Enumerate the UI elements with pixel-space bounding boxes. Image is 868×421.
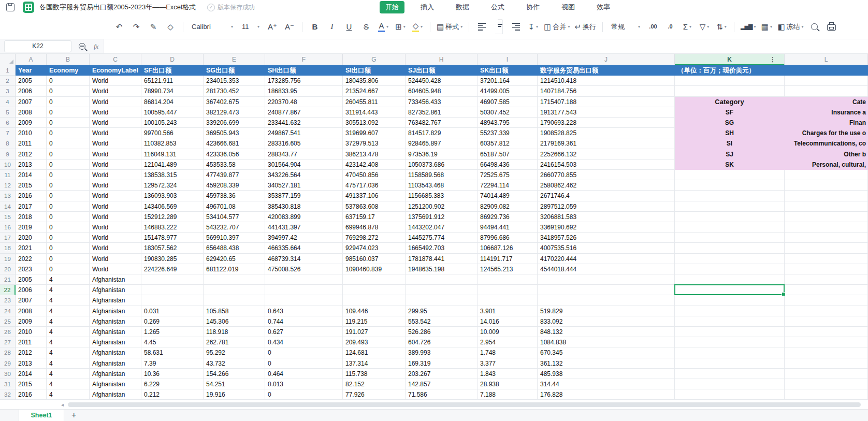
cell[interactable] (675, 358, 785, 369)
cell[interactable]: 220370.48 (265, 97, 343, 107)
cell[interactable] (141, 274, 204, 285)
header-cell[interactable] (785, 65, 868, 76)
fill-handle[interactable] (782, 292, 786, 296)
cell[interactable]: 423336.056 (204, 149, 265, 159)
cell[interactable] (265, 295, 343, 306)
cell[interactable]: 526.286 (406, 327, 478, 337)
cell[interactable]: 0.212 (141, 389, 204, 400)
cell[interactable]: SJ (675, 149, 785, 159)
cell[interactable]: 2007 (16, 295, 47, 306)
cell[interactable]: 115.738 (343, 369, 406, 379)
column-header-e[interactable]: E (204, 54, 265, 65)
cell[interactable]: 385430.818 (265, 201, 343, 212)
cell[interactable]: 475008.526 (265, 264, 343, 274)
cell[interactable] (675, 243, 785, 253)
cell[interactable] (406, 285, 478, 295)
cell[interactable]: 4 (47, 337, 90, 347)
column-header-h[interactable]: H (406, 54, 478, 65)
cell[interactable] (785, 337, 868, 347)
cell[interactable]: 319699.607 (343, 128, 406, 138)
cell[interactable]: 50307.452 (478, 107, 538, 118)
cell[interactable]: 848.132 (538, 327, 675, 337)
cell[interactable]: 2008 (16, 107, 47, 118)
cell[interactable]: 468739.314 (265, 254, 343, 264)
row-number-11[interactable]: 11 (0, 170, 16, 180)
cell[interactable]: 1050373.686 (406, 159, 478, 170)
header-cell[interactable]: （单位：百万；现价美元） (675, 65, 785, 76)
cell[interactable]: 152912.289 (141, 212, 204, 222)
column-header-d[interactable]: D (141, 54, 204, 65)
scrollbar-thumb[interactable] (68, 402, 861, 407)
cell[interactable]: 46907.585 (478, 97, 538, 107)
cell[interactable] (675, 347, 785, 358)
cell[interactable] (675, 201, 785, 212)
cell[interactable] (785, 264, 868, 274)
cell[interactable]: 1.748 (478, 347, 538, 358)
cell[interactable]: World (90, 180, 141, 191)
cell[interactable]: 1214510.418 (538, 76, 675, 86)
borders-button[interactable]: ⊞▾ (394, 20, 407, 34)
cell[interactable]: Finan (785, 118, 868, 128)
cell[interactable]: 0.013 (265, 379, 343, 389)
cell[interactable]: Cate (785, 97, 868, 107)
cell[interactable]: 2.954 (478, 337, 538, 347)
cell[interactable]: 466335.664 (265, 243, 343, 253)
cell[interactable] (675, 86, 785, 96)
cell[interactable]: 154.266 (204, 369, 265, 379)
cell[interactable]: SK (675, 159, 785, 170)
cell[interactable]: 629420.65 (204, 254, 265, 264)
cell[interactable] (785, 295, 868, 306)
cell[interactable]: Afghanistan (90, 285, 141, 295)
cell[interactable]: 2021 (16, 243, 47, 253)
cell[interactable]: 2013 (16, 159, 47, 170)
cell[interactable]: 2006 (16, 285, 47, 295)
cell[interactable]: 394997.42 (265, 233, 343, 243)
cell[interactable]: 543232.707 (204, 222, 265, 233)
cell[interactable] (265, 285, 343, 295)
cell[interactable]: 143406.569 (141, 201, 204, 212)
cell[interactable]: 637159.17 (343, 212, 406, 222)
row-number-24[interactable]: 24 (0, 306, 16, 316)
cell[interactable]: 0 (47, 97, 90, 107)
column-header-g[interactable]: G (343, 54, 406, 65)
cell[interactable]: 305513.092 (343, 118, 406, 128)
align-right-button[interactable] (510, 20, 522, 34)
cell[interactable]: Afghanistan (90, 358, 141, 369)
scroll-left-arrow-icon[interactable]: ◂ (61, 402, 64, 408)
cell[interactable]: World (90, 243, 141, 253)
cell[interactable]: World (90, 118, 141, 128)
cell[interactable]: 281730.452 (204, 86, 265, 96)
underline-button[interactable]: U (343, 20, 355, 34)
font-increase-button[interactable]: A⁺ (266, 20, 279, 34)
cell[interactable]: 95.292 (204, 347, 265, 358)
cell[interactable]: 203.267 (406, 369, 478, 379)
cell[interactable]: Personal, cultural, (785, 159, 868, 170)
number-format-select[interactable]: 常规▾ (609, 20, 642, 34)
cell[interactable]: 0 (265, 389, 343, 400)
row-number-12[interactable]: 12 (0, 180, 16, 191)
cell[interactable] (785, 379, 868, 389)
cell[interactable]: Afghanistan (90, 369, 141, 379)
cell[interactable] (675, 180, 785, 191)
cell[interactable]: 0 (265, 347, 343, 358)
cell[interactable]: Afghanistan (90, 295, 141, 306)
cell[interactable] (406, 274, 478, 285)
cell[interactable]: 82.152 (343, 379, 406, 389)
cell[interactable] (785, 76, 868, 86)
cell[interactable]: Afghanistan (90, 306, 141, 316)
menu-tab-3[interactable]: 数据 (450, 1, 475, 13)
cell[interactable] (785, 86, 868, 96)
cell[interactable] (785, 191, 868, 201)
fx-icon[interactable]: fx (94, 42, 98, 51)
cell[interactable]: 71.586 (406, 389, 478, 400)
cell[interactable]: 4 (47, 295, 90, 306)
header-cell[interactable]: SG出口额 (204, 65, 265, 76)
cell[interactable]: 423666.681 (204, 138, 265, 149)
cell[interactable]: 2660770.855 (538, 170, 675, 180)
cell[interactable]: 0 (47, 254, 90, 264)
row-number-5[interactable]: 5 (0, 107, 16, 118)
cell[interactable]: World (90, 212, 141, 222)
cell[interactable]: 2252666.132 (538, 149, 675, 159)
cell[interactable] (204, 274, 265, 285)
cell[interactable]: World (90, 97, 141, 107)
